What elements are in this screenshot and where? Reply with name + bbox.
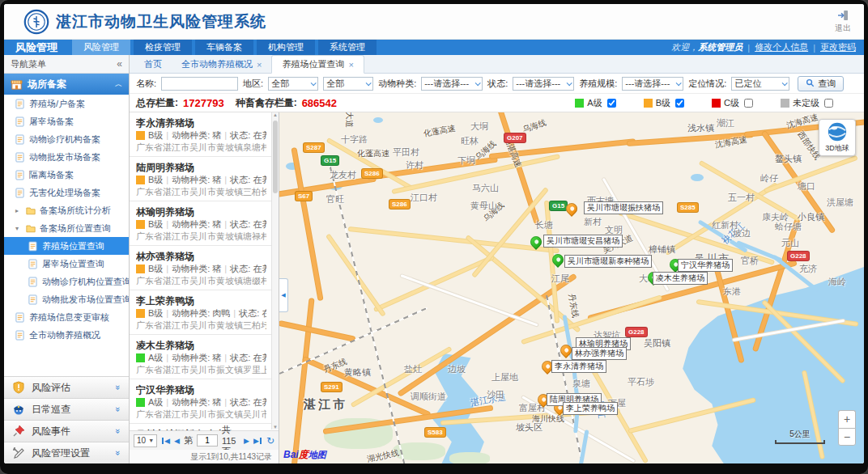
sidebar-collapse-icon[interactable]: « bbox=[117, 58, 122, 70]
sidebar-accordion-风险事件[interactable]: 风险事件» bbox=[4, 420, 129, 442]
sidebar-item[interactable]: 动物诊疗机构位置查询 bbox=[4, 273, 129, 290]
map-marker-label[interactable]: 李上荣养鸭场 bbox=[563, 402, 618, 415]
close-icon[interactable]: × bbox=[257, 60, 262, 70]
nav-tab[interactable]: 系统管理 bbox=[318, 40, 377, 55]
map-marker-label[interactable]: 宁汉华养猪场 bbox=[678, 259, 733, 272]
region-city-select[interactable]: 全部 bbox=[268, 77, 318, 91]
legend-item[interactable]: C级 bbox=[712, 97, 753, 109]
legend-checkbox[interactable] bbox=[675, 99, 684, 108]
map-marker-label[interactable]: 吴川市塘㙍新泰种猪场 bbox=[564, 255, 652, 268]
name-input[interactable] bbox=[161, 77, 238, 91]
sidebar-item[interactable]: 养殖场位置查询 bbox=[4, 237, 129, 255]
sidebar-item[interactable]: 屠宰场备案 bbox=[4, 112, 129, 130]
page-size-select[interactable]: 10▼ bbox=[134, 434, 157, 447]
legend-checkbox[interactable] bbox=[744, 99, 753, 108]
farm-list-item[interactable]: 宁汉华养猪场A级|动物种类: 猪|状态: 在养广东省湛江市吴川市振文镇吴川市振文… bbox=[130, 379, 271, 424]
legend-checkbox[interactable] bbox=[607, 99, 616, 108]
earth-3d-button[interactable]: 3D地球 bbox=[819, 119, 856, 156]
nav-tab[interactable]: 机构管理 bbox=[257, 40, 315, 55]
farm-list-item[interactable]: 林亦强养猪场B级|动物种类: 猪|状态: 在养广东省湛江市吴川市黄坡镇塘缀村 bbox=[130, 246, 271, 290]
sidebar-item[interactable]: 动物诊疗机构备案 bbox=[4, 130, 129, 148]
sidebar-accordion-日常巡查[interactable]: 日常巡查» bbox=[4, 398, 129, 420]
chevron-down-icon bbox=[475, 80, 481, 86]
sidebar-item[interactable]: 无害化处理场备案 bbox=[4, 184, 129, 201]
sidebar-item[interactable]: 养殖场/户备案 bbox=[4, 95, 129, 112]
list-scrollbar[interactable] bbox=[271, 112, 279, 430]
edit-profile-link[interactable]: 修改个人信息 bbox=[755, 41, 808, 53]
sidebar-item[interactable]: ▾备案场所位置查询 bbox=[4, 219, 129, 237]
legend-color-swatch bbox=[781, 99, 789, 108]
zoom-out-button[interactable]: − bbox=[838, 428, 856, 446]
sidebar-item-label: 屠宰场备案 bbox=[29, 116, 74, 128]
page-tab[interactable]: 全市动物养殖概况× bbox=[172, 56, 271, 73]
search-button[interactable]: 查询 bbox=[798, 76, 844, 91]
map-marker-label[interactable]: 林亦强养猪场 bbox=[572, 347, 627, 360]
sidebar-item-label: 动物诊疗机构备案 bbox=[29, 133, 100, 146]
map-place-label: 沙田 bbox=[487, 389, 504, 401]
map-place-label: 马六山 bbox=[472, 182, 499, 194]
map-canvas[interactable]: ◀ 3D地球 + − 5公里 Bai度地图 bbox=[279, 112, 864, 463]
sidebar-item[interactable]: ▸备案场所统计分析 bbox=[4, 201, 129, 219]
animal-type-select[interactable]: ---请选择--- bbox=[421, 77, 483, 91]
pond bbox=[691, 174, 704, 181]
legend-checkbox[interactable] bbox=[824, 99, 833, 108]
sidebar-section-places[interactable]: 场所备案 ︿ bbox=[4, 74, 129, 95]
map-place-label: 坡边 bbox=[733, 227, 751, 239]
farm-meta: B级|动物种类: 猪|状态: 在养 bbox=[136, 174, 266, 186]
status-select[interactable]: ---请选择--- bbox=[513, 77, 574, 91]
road-number-badge: S287 bbox=[304, 143, 324, 152]
last-page-button[interactable]: ▶ bbox=[253, 437, 262, 445]
scale-select[interactable]: ---请选择--- bbox=[622, 77, 683, 91]
farm-list-item[interactable]: 凌木生养猪场A级|动物种类: 猪|状态: 在养广东省湛江市吴川市振文镇罗里上地村 bbox=[130, 335, 271, 379]
farm-list-item[interactable]: 吴川市塘㙍新泰种猪场A级|动物种类: 猪|状态: 在养 bbox=[130, 424, 271, 430]
logout-button[interactable]: 退出 bbox=[835, 9, 856, 34]
sidebar-section-label: 场所备案 bbox=[28, 78, 66, 91]
sidebar-item[interactable]: 动物批发市场位置查询 bbox=[4, 290, 129, 308]
refresh-icon[interactable]: ↻ bbox=[266, 435, 274, 446]
change-password-link[interactable]: 更改密码 bbox=[820, 41, 856, 53]
farm-status: 状态: 在养 bbox=[230, 396, 266, 408]
separator: | bbox=[224, 129, 227, 142]
sidebar-item[interactable]: 屠宰场位置查询 bbox=[4, 255, 129, 273]
first-page-button[interactable]: ◀ bbox=[161, 437, 170, 445]
location-status-select[interactable]: 已定位 bbox=[731, 77, 789, 91]
map-marker-label[interactable]: 吴川市塘㙍安昌猪场 bbox=[543, 235, 623, 248]
next-page-button[interactable]: ▶ bbox=[244, 437, 249, 445]
region-county-select[interactable]: 全部 bbox=[323, 77, 373, 91]
sidebar-accordion-风险评估[interactable]: 风险评估» bbox=[4, 376, 129, 398]
map-place-label: 东港 bbox=[723, 286, 741, 298]
farm-list-item[interactable]: 李永清养猪场B级|动物种类: 猪|状态: 在养广东省湛江市吴川市黄坡镇泉塘村 bbox=[130, 112, 271, 157]
sidebar-item[interactable]: 隔离场备案 bbox=[4, 166, 129, 184]
zoom-in-button[interactable]: + bbox=[838, 410, 856, 428]
sidebar-item[interactable]: 全市动物养殖概况 bbox=[4, 326, 129, 344]
page-tab[interactable]: 首页 bbox=[134, 56, 172, 73]
map-marker-label[interactable]: 吴川市塘㙍振扶猪场 bbox=[584, 201, 663, 214]
page-tab[interactable]: 养殖场位置查询× bbox=[271, 55, 364, 74]
stats-bar: 总存栏量: 1727793 种畜禽存栏量: 686542 A级B级C级未定级 bbox=[130, 94, 864, 112]
chevron-down-icon bbox=[782, 80, 788, 86]
scrollbar-thumb[interactable] bbox=[273, 121, 278, 193]
total-stock-value: 1727793 bbox=[183, 97, 224, 109]
map-place-label: 潮江 bbox=[717, 117, 734, 129]
legend-item[interactable]: B级 bbox=[644, 97, 684, 109]
prev-page-button[interactable]: ◀ bbox=[174, 437, 180, 445]
sidebar-item[interactable]: 养殖场信息变更审核 bbox=[4, 308, 129, 326]
legend-item[interactable]: 未定级 bbox=[781, 97, 833, 109]
close-icon[interactable]: × bbox=[348, 60, 353, 70]
legend-item[interactable]: A级 bbox=[575, 97, 615, 109]
farm-list-item[interactable]: 李上荣养鸭场B级|动物种类: 肉鸭|状态: 在养广东省湛江市吴川市黄坡镇三柏圩村 bbox=[130, 290, 271, 335]
nav-tab[interactable]: 车辆备案 bbox=[195, 40, 253, 55]
welcome-text: 欢迎，系统管理员 bbox=[671, 41, 742, 53]
page-number-input[interactable] bbox=[197, 434, 218, 446]
nav-tab[interactable]: 检疫管理 bbox=[134, 40, 192, 55]
sidebar-accordion-风险管理设置[interactable]: 风险管理设置» bbox=[4, 442, 129, 463]
nav-tab[interactable]: 风险管理 bbox=[72, 40, 130, 55]
map-marker-label[interactable]: 李永清养猪场 bbox=[551, 360, 606, 373]
double-chevron-icon: » bbox=[113, 407, 123, 412]
farm-list-item[interactable]: 林瑜明养猪场B级|动物种类: 猪|状态: 在养广东省湛江市吴川市黄坡镇塘禄村 bbox=[130, 201, 271, 246]
panel-collapse-handle[interactable]: ◀ bbox=[279, 278, 288, 312]
sidebar-item[interactable]: 动物批发市场备案 bbox=[4, 148, 129, 166]
farm-list-item[interactable]: 陆周明养猪场B级|动物种类: 猪|状态: 在养广东省湛江市吴川市黄坡镇三柏长坡村 bbox=[130, 157, 271, 201]
map-marker-label[interactable]: 凌木生养猪场 bbox=[653, 272, 708, 285]
map-place-label: 长塘 bbox=[535, 219, 553, 231]
